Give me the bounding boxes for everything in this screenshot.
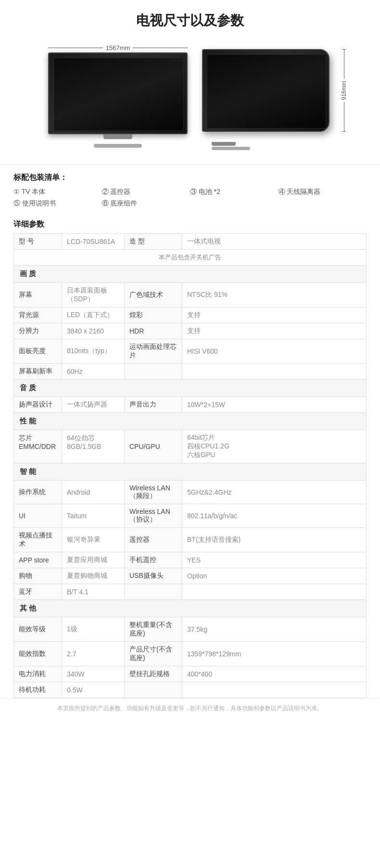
section-header-audio: 音 质 (14, 380, 367, 397)
tv-side-body (202, 49, 329, 132)
bracket-line-2 (344, 102, 344, 131)
section-header-other: 其 他 (14, 600, 367, 617)
row-chip: 芯片EMMC/DDR 64位劲芯8GB/1.5GB CPU/GPU 64bit芯… (14, 430, 367, 463)
section-header-performance: 性 能 (14, 413, 367, 430)
model-value: LCD-70SU861A (62, 234, 125, 250)
label-wlan-proto: Wireless LAN （协议） (125, 504, 182, 528)
row-power: 电力消耗 340W 壁挂孔距规格 400*400 (14, 666, 367, 682)
package-item-1: ① TV 本体 (13, 188, 102, 196)
tv-front-screen (54, 58, 184, 131)
label-vod: 视频点播技术 (14, 528, 62, 552)
label-phone-remote: 手机遥控 (125, 552, 182, 568)
value-motion-chip: HISI V600 (182, 339, 367, 364)
value-usb-camera: Option (182, 568, 367, 584)
bracket-tick-bottom (342, 131, 346, 132)
package-item-empty-1 (190, 199, 279, 208)
row-vod: 视频点播技术 银河奇异果 遥控器 BT(支持语音搜索) (14, 528, 367, 552)
row-os: 操作系统 Android Wireless LAN （频段） 5GHz&2.4G… (14, 481, 367, 504)
value-screen: 日本原装面板（SDP） (62, 283, 125, 307)
height-label: 916mm (341, 79, 347, 102)
row-speaker: 扬声器设计 一体式扬声器 声音出力 10W*2+15W (14, 397, 367, 413)
label-shopping: 购物 (14, 568, 62, 584)
width-left-line (48, 48, 103, 48)
value-standby: 0.5W (62, 682, 125, 698)
section-label-smart: 智 能 (14, 463, 367, 481)
section-label-other: 其 他 (14, 600, 367, 617)
note-text: 本产品包含开关机广告 (14, 250, 367, 266)
label-cpu-gpu: CPU/GPU (125, 430, 182, 463)
width-label: 1567mm (103, 44, 133, 51)
label-remote: 遥控器 (125, 528, 182, 552)
label-bluetooth: 蓝牙 (14, 584, 62, 600)
section-label-performance: 性 能 (14, 413, 367, 430)
label-energy-index: 能效指数 (14, 642, 62, 666)
label-refresh-rate: 屏幕刷新率 (14, 364, 62, 380)
package-title: 标配包装清单： (13, 173, 367, 183)
tv-front (43, 52, 192, 149)
row-resolution: 分辨力 3840 x 2160 HDR 支持 (14, 323, 367, 339)
label-resolution: 分辨力 (14, 323, 62, 339)
bracket-line (344, 50, 344, 79)
label-usb-camera: USB摄像头 (125, 568, 182, 584)
row-energy-grade: 能效等级 1级 整机重量(不含底座) 37.5kg (14, 617, 367, 642)
package-item-3: ③ 电池 *2 (190, 188, 279, 196)
value-resolution: 3840 x 2160 (62, 323, 125, 339)
row-ui: UI Taitum Wireless LAN （协议） 802.11a/b/g/… (14, 504, 367, 528)
width-measure: 1567mm (48, 44, 188, 51)
package-section: 标配包装清单： ① TV 本体 ② 遥控器 ③ 电池 *2 ④ 天线隔离器 ⑤ … (0, 165, 380, 213)
tv-front-view: 1567mm (43, 44, 192, 149)
label-motion-chip: 运动画面处理芯片 (125, 339, 182, 364)
label-appstore: APP store (14, 552, 62, 568)
label-standby: 待机功耗 (14, 682, 62, 698)
value-backlight: LED（直下式） (62, 307, 125, 323)
tv-side-screen (207, 54, 326, 128)
row-brightness: 面板亮度 810nits（typ） 运动画面处理芯片 HISI V600 (14, 339, 367, 364)
value-vod: 银河奇异果 (62, 528, 125, 552)
row-backlight: 背光源 LED（直下式） 煌彩 支持 (14, 307, 367, 323)
section-label-picture: 画 质 (14, 266, 367, 283)
model-label: 型 号 (14, 234, 62, 250)
package-row-2: ⑤ 使用说明书 ⑥ 底座组件 (13, 199, 367, 208)
label-hdr: HDR (125, 323, 182, 339)
value-color-gamut: NTSC比 91% (182, 283, 367, 307)
label-brightness: 面板亮度 (14, 339, 62, 364)
value-brilliance: 支持 (182, 307, 367, 323)
value-shopping: 夏普购物商城 (62, 568, 125, 584)
value-audio-output: 10W*2+15W (182, 397, 367, 413)
label-os: 操作系统 (14, 481, 62, 504)
package-item-6: ⑥ 底座组件 (102, 199, 190, 208)
value-weight: 37.5kg (182, 617, 367, 642)
specs-section: 详细参数 型 号 LCD-70SU861A 造 型 一体式电视 本产品包含开关机… (0, 213, 380, 698)
row-refresh-rate: 屏幕刷新率 60Hz (14, 364, 367, 380)
package-item-2: ② 遥控器 (102, 188, 190, 196)
specs-table: 型 号 LCD-70SU861A 造 型 一体式电视 本产品包含开关机广告 画 … (13, 233, 367, 698)
label-wall-mount: 壁挂孔距规格 (125, 666, 182, 682)
row-shopping: 购物 夏普购物商城 USB摄像头 Option (14, 568, 367, 584)
value-empty-3 (182, 682, 367, 698)
design-value: 一体式电视 (182, 234, 367, 250)
width-right-line (133, 48, 188, 48)
label-screen: 屏幕 (14, 283, 62, 307)
value-power: 340W (62, 666, 125, 682)
label-backlight: 背光源 (14, 307, 62, 323)
value-bluetooth: B/T 4.1 (62, 584, 125, 600)
value-appstore: 夏普应用商城 (62, 552, 125, 568)
label-empty-2 (125, 584, 182, 600)
label-ui: UI (14, 504, 62, 528)
label-energy-grade: 能效等级 (14, 617, 62, 642)
value-energy-grade: 1级 (62, 617, 125, 642)
value-phone-remote: YES (182, 552, 367, 568)
value-speaker: 一体式扬声器 (62, 397, 125, 413)
value-ui: Taitum (62, 504, 125, 528)
specs-title: 详细参数 (13, 219, 367, 230)
value-wlan-proto: 802.11a/b/g/n/ac (182, 504, 367, 528)
note-row: 本产品包含开关机广告 (14, 250, 367, 266)
model-row: 型 号 LCD-70SU861A 造 型 一体式电视 (14, 234, 367, 250)
design-label: 造 型 (125, 234, 182, 250)
label-wlan-freq: Wireless LAN （频段） (125, 481, 182, 504)
value-empty-2 (182, 584, 367, 600)
row-bluetooth: 蓝牙 B/T 4.1 (14, 584, 367, 600)
row-screen: 屏幕 日本原装面板（SDP） 广色域技术 NTSC比 91% (14, 283, 367, 307)
package-items: ① TV 本体 ② 遥控器 ③ 电池 *2 ④ 天线隔离器 ⑤ 使用说明书 ⑥ … (13, 188, 367, 208)
label-color-gamut: 广色域技术 (125, 283, 182, 307)
